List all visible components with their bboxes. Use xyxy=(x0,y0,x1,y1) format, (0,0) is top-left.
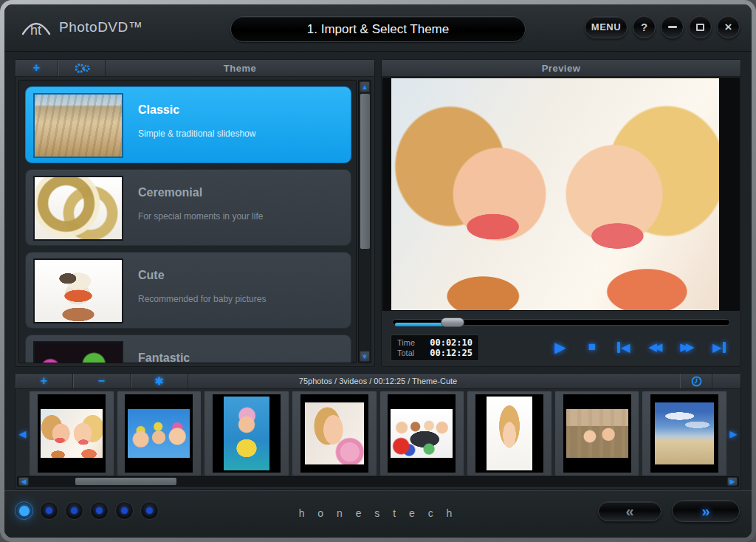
window-controls: MENU ? × xyxy=(585,16,740,38)
add-theme-button[interactable]: + xyxy=(16,60,58,76)
thumbnail-row: ◀ ▶ xyxy=(16,389,740,478)
hscroll-left-button[interactable]: ◀ xyxy=(18,477,29,486)
photo xyxy=(391,409,453,458)
back-button[interactable]: « xyxy=(598,501,662,521)
theme-settings-button[interactable] xyxy=(58,60,106,76)
strip-scrollbar[interactable]: ◀ ▶ xyxy=(17,476,739,487)
back-chevrons-icon: « xyxy=(625,504,633,518)
play-icon: ▶ xyxy=(554,338,566,356)
arrow-left-icon: ◀ xyxy=(21,478,27,485)
prev-icon: ◀ xyxy=(621,340,630,354)
time-display: Time 00:02:10 Total 00:12:25 xyxy=(391,335,479,361)
menu-button-label: MENU xyxy=(591,21,621,32)
preview-image xyxy=(391,78,719,310)
app-logo: ht PhotoDVD™ xyxy=(21,15,142,40)
help-icon: ? xyxy=(641,21,647,33)
arrow-up-icon: ▲ xyxy=(362,83,368,91)
preview-panel-header: Preview xyxy=(382,60,740,77)
arrow-right-icon: ▶ xyxy=(730,428,738,439)
maximize-button[interactable] xyxy=(689,16,712,38)
transport-buttons: ▶ ■ ◀ ◀◀ ▶▶ ▶ xyxy=(548,333,732,361)
photo xyxy=(224,397,269,470)
photo-thumbnail[interactable] xyxy=(204,391,289,476)
photo xyxy=(128,409,190,458)
theme-description: Recommended for baby pictures xyxy=(138,294,266,304)
theme-item-cute[interactable]: Cute Recommended for baby pictures xyxy=(25,252,351,329)
arrow-down-icon: ▼ xyxy=(362,353,368,360)
photo xyxy=(655,402,714,464)
photo-thumbnail[interactable] xyxy=(554,391,640,476)
thumbnail-cells xyxy=(29,390,727,477)
app-name: PhotoDVD™ xyxy=(59,19,142,35)
next-button[interactable]: » xyxy=(672,500,740,522)
title-bar: ht PhotoDVD™ 1. Import & Select Theme ME… xyxy=(4,4,752,52)
scrollbar-thumb[interactable] xyxy=(360,94,370,249)
theme-item-fantastic[interactable]: Fantastic xyxy=(25,335,351,363)
photo-thumbnail[interactable] xyxy=(117,391,202,476)
remove-photo-button[interactable]: − xyxy=(73,374,131,388)
play-button[interactable]: ▶ xyxy=(548,335,573,359)
rewind-icon: ◀◀ xyxy=(648,340,659,354)
minimize-icon xyxy=(668,26,677,28)
playback-controls: Time 00:02:10 Total 00:12:25 ▶ ■ ◀ xyxy=(391,333,732,361)
strip-scroll-right-button[interactable]: ▶ xyxy=(727,390,740,477)
seek-bar[interactable] xyxy=(392,318,730,327)
theme-list-scrollbar[interactable]: ▲ ▼ xyxy=(358,80,371,363)
photo xyxy=(487,397,532,470)
theme-name: Cute xyxy=(138,269,165,282)
add-photo-button[interactable]: + xyxy=(16,374,73,388)
footer-bar: h o n e s t e c h « » xyxy=(4,490,752,538)
next-chevrons-icon: » xyxy=(701,504,709,518)
hscrollbar-thumb[interactable] xyxy=(75,478,176,485)
photo-frame xyxy=(38,394,106,473)
photo-frame xyxy=(213,394,281,473)
time-label: Time xyxy=(397,338,415,347)
theme-item-ceremonial[interactable]: Ceremonial For special moments in your l… xyxy=(25,169,351,246)
fast-forward-button[interactable]: ▶▶ xyxy=(675,335,700,359)
arrow-right-icon: ▶ xyxy=(730,478,735,485)
wizard-navigation: « » xyxy=(598,500,740,522)
previous-button[interactable]: ◀ xyxy=(611,335,636,359)
theme-description: For special moments in your life xyxy=(138,211,263,222)
plus-icon: + xyxy=(41,374,47,388)
photo-thumbnail[interactable] xyxy=(292,391,377,476)
photo-thumbnail[interactable] xyxy=(642,391,727,476)
help-button[interactable]: ? xyxy=(633,16,656,38)
photo-settings-button[interactable]: ✱ xyxy=(131,374,188,388)
theme-name: Ceremonial xyxy=(138,186,202,199)
photo-frame xyxy=(563,394,631,473)
minimize-button[interactable] xyxy=(661,16,684,38)
gears-icon xyxy=(73,63,91,74)
theme-panel-header: + Theme xyxy=(16,60,374,77)
menu-button[interactable]: MENU xyxy=(585,16,628,38)
scroll-down-button[interactable]: ▼ xyxy=(360,351,370,362)
app-window: ht PhotoDVD™ 1. Import & Select Theme ME… xyxy=(4,4,752,538)
photo-frame xyxy=(650,394,718,473)
rewind-button[interactable]: ◀◀ xyxy=(643,335,668,359)
seek-handle[interactable] xyxy=(441,318,464,327)
photo-frame xyxy=(388,394,456,473)
total-label: Total xyxy=(397,349,414,357)
svg-text:ht: ht xyxy=(30,23,41,38)
duration-button[interactable] xyxy=(680,374,712,388)
stop-icon: ■ xyxy=(588,340,596,354)
close-button[interactable]: × xyxy=(717,16,740,38)
fast-forward-icon: ▶▶ xyxy=(680,340,691,354)
photo-frame xyxy=(125,394,193,473)
photo-thumbnail[interactable] xyxy=(379,391,465,476)
theme-description: Simple & traditional slideshow xyxy=(138,128,255,139)
time-value: 00:02:10 xyxy=(430,337,472,348)
hscroll-right-button[interactable]: ▶ xyxy=(727,477,738,486)
photo-thumbnail[interactable] xyxy=(29,391,114,476)
preview-stage xyxy=(382,78,740,311)
stop-button[interactable]: ■ xyxy=(580,335,605,359)
next-button[interactable]: ▶ xyxy=(707,335,732,359)
preview-panel-title: Preview xyxy=(382,60,740,76)
scroll-up-button[interactable]: ▲ xyxy=(360,81,370,92)
strip-scroll-left-button[interactable]: ◀ xyxy=(16,390,29,477)
next-bar-icon xyxy=(723,342,726,353)
photo-thumbnail[interactable] xyxy=(467,391,552,476)
theme-list: Classic Simple & traditional slideshow C… xyxy=(18,80,357,363)
theme-item-classic[interactable]: Classic Simple & traditional slideshow xyxy=(25,86,351,163)
photo xyxy=(305,402,364,464)
